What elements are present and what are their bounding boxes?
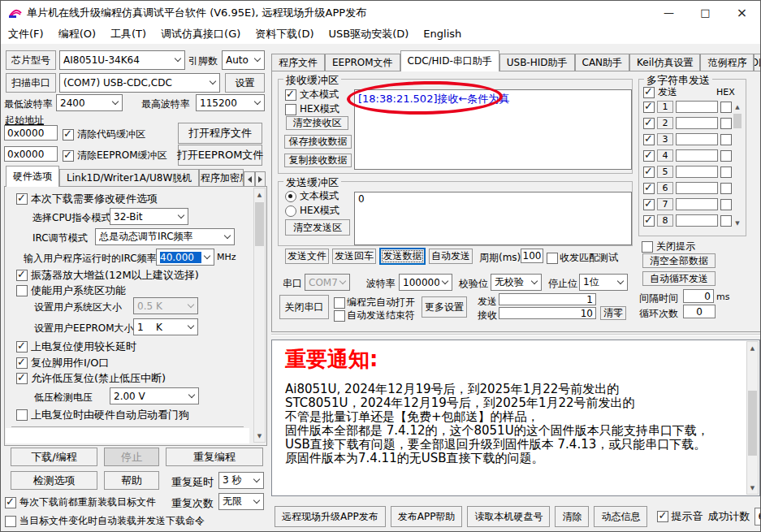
scroll-up-icon[interactable]: ▲ [254,188,265,201]
multi-send-all-checkbox[interactable] [643,87,655,98]
code-start-address-input[interactable]: 0x0000 [4,125,58,141]
close-tip-option[interactable]: 关闭提示 [642,240,695,253]
row-hex-checkbox[interactable] [720,134,732,145]
open-program-file-button[interactable]: 打开程序文件 [178,123,262,144]
autoload-on-change-option[interactable]: 当目标文件变化时自动装载并发送下载命令 [5,514,205,528]
row-data-input[interactable] [676,214,718,227]
send-file-button[interactable]: 发送文件 [285,249,329,264]
reset-io-checkbox[interactable] [16,357,28,369]
menu-english[interactable]: English [416,25,469,42]
tab-io-config[interactable]: I/O口配 [754,54,761,71]
zero-counts-button[interactable]: 清零 [600,306,626,320]
clear-send-button[interactable]: 清空发送区 [285,219,350,236]
send-text-mode-option[interactable]: 文本模式 [285,189,339,203]
maximize-button[interactable]: □ [687,1,724,24]
tab-link1d-offline[interactable]: Link1D/Writer1A/U8W脱机 [59,169,199,187]
menu-program[interactable]: 编程(O) [51,24,103,44]
chip-model-button[interactable]: 芯片型号 [6,50,56,70]
hw-lvr-option[interactable]: 允许低压复位(禁止低压中断) [16,371,166,386]
row-hex-checkbox[interactable] [720,150,732,162]
scrollbar-thumb[interactable] [748,391,757,456]
check-options-button[interactable]: 检测选项 [11,471,97,490]
row-hex-checkbox[interactable] [720,183,732,194]
download-program-button[interactable]: 下载/编程 [11,448,97,466]
row-hex-checkbox[interactable] [720,118,732,129]
send-textarea[interactable]: 0 [354,192,632,245]
auto-end-option[interactable]: 自动发送结束符 [334,309,415,322]
max-baud-select[interactable]: 115200 [196,94,265,111]
repeat-times-select[interactable]: 无限 [218,493,264,510]
row-enable-checkbox[interactable] [643,102,655,113]
port-settings-button[interactable]: 设置 [225,73,265,93]
tab-cdc-hid-serial-assistant[interactable]: CDC/HID-串口助手 [400,50,499,71]
menu-usb-driver[interactable]: USB驱动安装(D) [321,24,416,44]
row-send-button[interactable]: 2 [657,117,673,129]
match-test-checkbox[interactable] [547,253,558,264]
watchdog-checkbox[interactable] [16,409,28,421]
match-test-option[interactable]: 收发匹配测试 [547,251,618,265]
minimize-button[interactable]: — [651,1,687,24]
send-data-button[interactable]: 发送数据 [379,248,426,265]
auto-open-option[interactable]: 编程完自动打开 [334,296,415,309]
row-send-button[interactable]: 1 [657,101,673,113]
close-serial-button[interactable]: 关闭串口 [279,295,329,319]
scroll-up-icon[interactable]: ▲ [732,101,743,113]
auto-end-checkbox[interactable] [334,310,345,322]
hw-user-sys-option[interactable]: 使能用户系统区功能 [16,283,126,298]
hw-osc-gain-option[interactable]: 振荡器放大增益(12M以上建议选择) [16,268,199,283]
eeprom-start-address-input[interactable]: 0x0000 [4,146,58,162]
beep-checkbox[interactable] [657,511,668,522]
tab-program-file[interactable]: 程序文件 [271,54,325,71]
hw-modify-option[interactable]: 本次下载需要修改硬件选项 [16,192,158,206]
notice-scrollbar[interactable]: ▲ ▼ [746,341,759,495]
more-settings-button[interactable]: 更多设置 [422,296,467,318]
row-hex-checkbox[interactable] [720,102,732,113]
menu-file[interactable]: 文件(F) [1,24,51,44]
clear-eeprom-checkbox[interactable] [63,150,74,162]
serial-port-select[interactable]: (COM7) USB-CDC,CDC [59,73,220,93]
hw-panel-scrollbar[interactable]: ▲ ▼ [253,188,266,443]
row-hex-checkbox[interactable] [720,167,732,178]
auto-open-checkbox[interactable] [334,297,345,309]
row-send-button[interactable]: 4 [657,149,673,162]
row-send-button[interactable]: 8 [657,214,673,227]
menu-debug-interface[interactable]: 调试仿真接口(G) [153,24,248,44]
period-input[interactable]: 100 [521,249,543,263]
repeat-program-button[interactable]: 重复编程 [166,448,263,466]
clear-eeprom-buffer-option[interactable]: 清除EEPROM缓冲区 [63,149,167,162]
auto-loop-send-button[interactable]: 自动循环发送 [642,271,716,286]
hw-reset-io-option[interactable]: 复位脚用作I/O口 [16,356,109,370]
eeprom-size-select[interactable]: 1 K [133,318,198,335]
hex-mode-radio[interactable] [285,205,296,217]
long-delay-checkbox[interactable] [16,341,28,353]
row-enable-checkbox[interactable] [643,167,655,178]
pin-count-select[interactable]: Auto [222,50,265,70]
repeat-delay-select[interactable]: 3 秒 [218,472,264,489]
lvr-checkbox[interactable] [16,373,28,384]
save-receive-button[interactable]: 保存接收数据 [284,135,352,149]
hw-modify-checkbox[interactable] [16,193,28,205]
osc-gain-checkbox[interactable] [16,270,28,281]
row-send-button[interactable]: 5 [657,166,673,178]
row-hex-checkbox[interactable] [720,199,732,210]
open-eeprom-file-button[interactable]: 打开EEPROM文件 [178,145,262,166]
close-tip-checkbox[interactable] [642,241,653,253]
clear-code-checkbox[interactable] [63,129,74,141]
row-enable-checkbox[interactable] [643,199,655,210]
loop-count-input[interactable]: 0 [683,305,716,318]
tab-example-programs[interactable]: 范例程序 [700,54,754,71]
receive-hex-mode-option[interactable]: HEX模式 [285,102,339,116]
text-mode-checkbox[interactable] [285,89,296,101]
help-button[interactable]: 帮助 [104,471,159,490]
scroll-down-icon[interactable]: ▼ [747,482,758,494]
row-send-button[interactable]: 6 [657,182,673,194]
reload-target-checkbox[interactable] [5,497,16,508]
publish-app-help-button[interactable]: 发布APP帮助 [391,506,463,527]
row-data-input[interactable] [676,149,718,162]
clear-receive-button[interactable]: 清空接收区 [286,116,348,130]
menu-downloads[interactable]: 资料下载(D) [248,24,321,44]
close-button[interactable]: × [724,1,760,24]
reload-target-option[interactable]: 每次下载前都重新装载目标文件 [5,495,156,509]
scan-port-button[interactable]: 扫描串口 [6,73,56,93]
row-enable-checkbox[interactable] [643,150,655,162]
